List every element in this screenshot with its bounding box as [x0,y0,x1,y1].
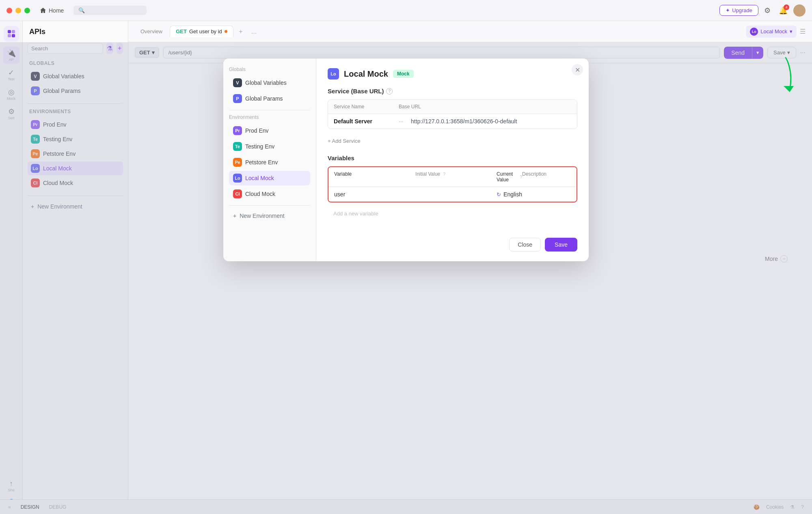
col-current-value: Current Value ? [497,171,522,183]
maximize-traffic-light[interactable] [24,8,30,13]
modal-content: Lo Local Mock Mock Service (Base URL) ? … [316,58,589,261]
service-url: http://127.0.0.1:3658/m1/360626-0-defaul… [411,118,517,125]
modal-save-button[interactable]: Save [545,238,577,252]
panel-title: APIs [28,28,123,36]
vars-table: Variable Initial Value ? Current Value [328,166,577,202]
env-selector-dot: Lo [750,28,758,36]
tab-overview-label: Overview [140,28,162,34]
notification-badge: 4 [784,4,789,10]
svg-rect-0 [8,30,11,33]
menu-icon[interactable]: ☰ [800,28,806,35]
vars-header: Variable Initial Value ? Current Value [328,167,577,187]
notifications-icon[interactable]: 🔔 4 [779,6,788,15]
modal-env-testing[interactable]: Te Testing Env [229,139,310,154]
service-table-header: Service Name Base URL [328,100,577,114]
tab-more-button[interactable]: ... [248,26,260,37]
tab-bar: Overview GET Get user by id + ... Lo Loc… [128,21,812,42]
modal-header: Lo Local Mock Mock [328,68,577,80]
more-label[interactable]: More [765,256,778,262]
more-minus-icon[interactable]: − [780,255,788,262]
modal-title: Local Mock [344,69,388,79]
add-service-label: + Add Service [328,138,361,144]
home-button[interactable]: Home [35,6,69,15]
home-label: Home [49,7,64,14]
modal-env-petstore[interactable]: Pe Petstore Env [229,155,310,170]
modal-x-close[interactable]: ✕ [572,64,583,75]
col-base-url: Base URL [399,104,571,110]
svg-rect-1 [12,30,15,33]
modal-footer: Close Save [316,230,589,261]
modal-global-params[interactable]: P Global Params [229,91,310,106]
refresh-icon[interactable]: ↻ [497,191,501,198]
modal-envs-title: Environments [229,114,310,120]
env-selector-label: Local Mock [760,28,787,34]
modal-close-button[interactable]: Close [509,238,541,252]
modal-cloud-label: Cloud Mock [245,191,275,197]
col-initial-value: Initial Value ? [415,171,497,183]
service-name: Default Server [334,118,372,125]
svg-rect-2 [8,34,11,37]
add-service-button[interactable]: + Add Service [328,135,577,146]
modal-divider [229,110,310,110]
tab-get-user[interactable]: GET Get user by id [170,26,233,37]
modal-env-cloud[interactable]: Cl Cloud Mock [229,187,310,201]
avatar[interactable] [793,4,806,17]
modal-env-abbr: Lo [328,68,339,80]
modal-divider2 [229,205,310,206]
service-section-heading: Service (Base URL) ? [328,88,577,95]
upgrade-button[interactable]: ✦ Upgrade [719,5,758,16]
modal-cloud-badge: Cl [233,189,242,198]
modal-testing-badge: Te [233,142,242,151]
env-selector-chevron: ▾ [790,28,793,34]
modal-global-variables[interactable]: V Global Variables [229,75,310,90]
modal-gp-label: Global Params [245,95,283,102]
environment-modal: Globals V Global Variables P Global Para… [223,58,589,261]
initial-help-icon[interactable]: ? [443,171,446,177]
service-table: Service Name Base URL Default Server ···… [328,99,577,129]
modal-prod-badge: Pr [233,126,242,135]
col-variable: Variable [334,171,415,183]
modal-new-env-label: New Environment [240,213,285,219]
modal-main: Lo Local Mock Mock Service (Base URL) ? … [316,58,589,230]
var-name: user [334,191,415,198]
mock-badge: Mock [393,70,414,78]
col-description: Description [522,171,571,183]
home-icon [40,7,46,14]
modal-sidebar: Globals V Global Variables P Global Para… [223,58,316,261]
modal-new-env[interactable]: + New Environment [229,210,310,222]
vars-section-label: Variables [328,155,354,161]
upgrade-label: Upgrade [732,7,752,13]
tab-bar-right: Lo Local Mock ▾ ☰ [746,26,806,38]
titlebar: Home 🔍 ✦ Upgrade ⚙ 🔔 4 [0,0,812,21]
modal-petstore-badge: Pe [233,158,242,167]
modal-globals-title: Globals [229,67,310,72]
modal-gp-badge: P [233,94,242,103]
titlebar-search[interactable]: 🔍 [73,6,147,15]
tab-add-button[interactable]: + [235,26,246,37]
modal-env-local[interactable]: Lo Local Mock [229,171,310,185]
close-traffic-light[interactable] [6,8,12,13]
titlebar-right: ✦ Upgrade ⚙ 🔔 4 [719,4,806,17]
service-help-icon[interactable]: ? [386,88,393,95]
service-row-more[interactable]: ··· [399,118,411,125]
tab-get-method: GET [176,28,187,34]
var-row-user: user ↻ English [328,187,577,202]
overlay: Globals V Global Variables P Global Para… [0,42,812,514]
svg-rect-3 [12,34,15,37]
modal-gv-badge: V [233,78,242,87]
minimize-traffic-light[interactable] [15,8,21,13]
service-table-row: Default Server ··· http://127.0.0.1:3658… [328,114,577,129]
env-selector[interactable]: Lo Local Mock ▾ [746,26,797,38]
var-current-text: English [503,191,522,198]
service-section-label: Service (Base URL) [328,88,384,95]
tab-overview[interactable]: Overview [135,26,168,37]
traffic-lights [6,8,30,13]
settings-icon[interactable]: ⚙ [764,6,773,15]
modal-gv-label: Global Variables [245,80,287,86]
add-variable-button[interactable]: Add a new variable [328,207,577,220]
tab-get-label: Get user by id [189,28,222,34]
app-logo [4,26,19,41]
modal-local-badge: Lo [233,174,242,183]
modal-env-prod[interactable]: Pr Prod Env [229,123,310,138]
more-row: More − [765,255,788,262]
